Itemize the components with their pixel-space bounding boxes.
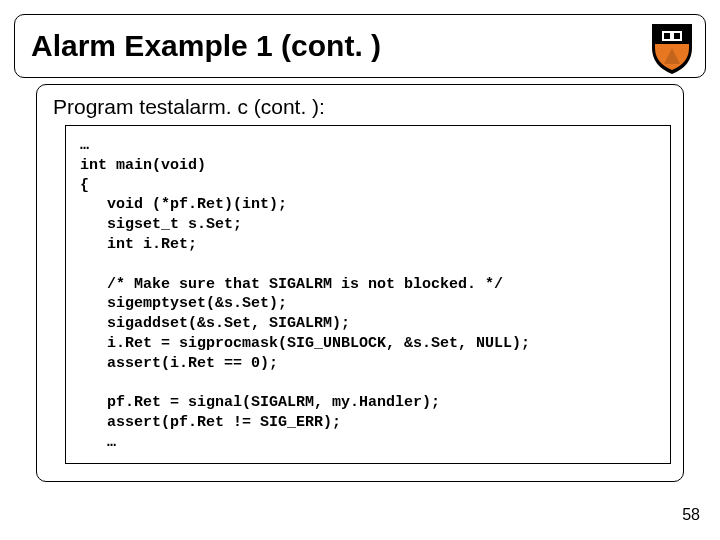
content-box: Program testalarm. c (cont. ): … int mai… — [36, 84, 684, 482]
title-box: Alarm Example 1 (cont. ) — [14, 14, 706, 78]
page-number: 58 — [682, 506, 700, 524]
slide: Alarm Example 1 (cont. ) Program testala… — [0, 0, 720, 540]
code-box: … int main(void) { void (*pf.Ret)(int); … — [65, 125, 671, 464]
slide-title: Alarm Example 1 (cont. ) — [31, 29, 381, 63]
svg-rect-2 — [674, 33, 680, 39]
program-label: Program testalarm. c (cont. ): — [53, 95, 669, 119]
princeton-shield-icon — [644, 20, 700, 76]
code-listing: … int main(void) { void (*pf.Ret)(int); … — [80, 136, 656, 453]
svg-rect-1 — [664, 33, 670, 39]
